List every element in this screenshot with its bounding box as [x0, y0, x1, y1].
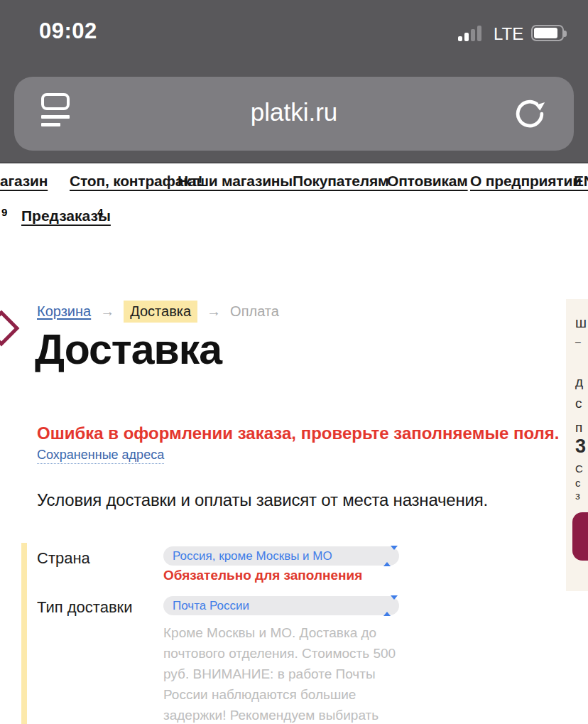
breadcrumb-arrow-icon: →	[207, 303, 221, 320]
country-select[interactable]: Россия, кроме Москвы и МО	[163, 546, 399, 566]
breadcrumb-current-delivery: Доставка	[124, 301, 197, 323]
delivery-type-select-value: Почта России	[173, 599, 249, 613]
sidebar-text-fragment: С	[575, 463, 583, 475]
sidebar-text-fragment: с	[575, 477, 581, 489]
order-summary-panel: ш – д с п 3 С с з	[566, 299, 588, 591]
sidebar-text-fragment: ш	[575, 315, 587, 331]
sidebar-text-fragment: з	[575, 490, 580, 502]
battery-icon	[531, 25, 564, 41]
select-chevrons-icon	[383, 600, 391, 612]
country-label: Страна	[37, 549, 90, 568]
sidebar-text-fragment: с	[575, 396, 582, 411]
nav-item-en[interactable]: EN	[574, 173, 588, 190]
mobile-browser-screen: 09:02 LTE platki.ru агазин Стоп, контраф…	[0, 0, 588, 724]
conditions-text: Условия доставки и оплаты зависят от мес…	[37, 490, 488, 510]
delivery-type-select[interactable]: Почта России	[163, 596, 399, 615]
reload-icon[interactable]	[511, 94, 549, 133]
nav-item-about[interactable]: О предприятии	[470, 173, 582, 190]
address-bar[interactable]: platki.ru	[14, 77, 574, 151]
nav-item-for-buyers[interactable]: Покупателям	[293, 173, 388, 190]
sidebar-text-fragment: –	[575, 336, 581, 347]
nav-item-wholesale[interactable]: Оптовикам	[387, 173, 468, 190]
delivery-type-description: Кроме Москвы и МО. Доставка до почтового…	[163, 622, 408, 724]
delivery-type-label: Тип доставки	[37, 598, 133, 617]
country-select-value: Россия, кроме Москвы и МО	[173, 549, 332, 563]
status-time: 09:02	[39, 18, 97, 44]
page-title: Доставка	[35, 325, 222, 374]
url-text[interactable]: platki.ru	[14, 98, 574, 126]
cell-signal-icon	[458, 26, 481, 41]
chevron-right-icon	[0, 310, 19, 347]
network-type-label: LTE	[494, 24, 523, 44]
form-accent-bar	[21, 543, 27, 724]
sidebar-text-fragment: п	[575, 420, 582, 436]
breadcrumb: Корзина → Доставка → Оплата	[37, 301, 279, 323]
breadcrumb-arrow-icon: →	[100, 303, 114, 320]
nav-item-shop[interactable]: агазин	[0, 173, 48, 190]
country-required-message: Обязательно для заполнения	[163, 568, 362, 583]
sidebar-total-fragment: 3	[575, 436, 586, 458]
breadcrumb-cart-link[interactable]: Корзина	[37, 303, 91, 320]
saved-addresses-link[interactable]: Сохраненные адреса	[37, 448, 164, 464]
nav-orphan-count: 9	[1, 206, 7, 218]
sidebar-text-fragment: д	[575, 374, 583, 390]
order-error-message: Ошибка в оформлении заказа, проверьте за…	[37, 423, 559, 443]
preorders-count-badge: 4	[97, 206, 103, 218]
nav-item-our-stores[interactable]: Наши магазины	[178, 173, 293, 190]
breadcrumb-payment: Оплата	[230, 303, 279, 320]
select-chevrons-icon	[383, 550, 391, 563]
browser-chrome: 09:02 LTE platki.ru	[0, 0, 588, 163]
sidebar-checkout-button[interactable]	[572, 512, 588, 561]
